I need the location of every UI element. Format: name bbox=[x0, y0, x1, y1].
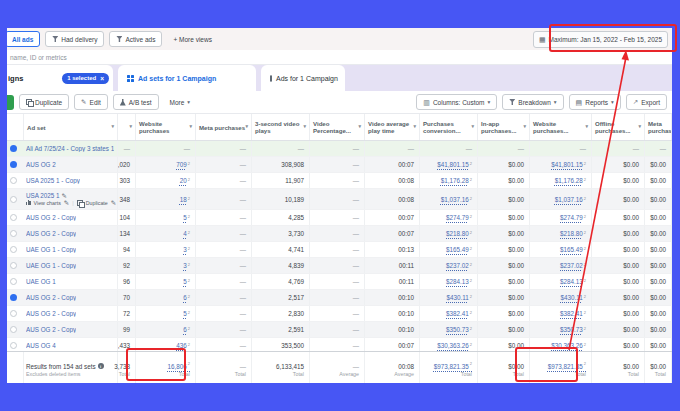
cell-website-purchases[interactable]: 62 bbox=[136, 290, 196, 305]
adset-toggle[interactable] bbox=[10, 262, 17, 269]
column-header-website-purchases[interactable]: Website purchases▾ bbox=[136, 114, 196, 140]
metric-link-value[interactable]: $165.49 bbox=[446, 246, 469, 253]
tab-ads[interactable]: Ads for 1 Campaign bbox=[261, 65, 345, 91]
adset-toggle[interactable] bbox=[10, 246, 17, 253]
cell-website-purchases[interactable]: $382.412 bbox=[530, 306, 592, 321]
table-row[interactable]: Ali Ad 7/25/24 - Copy 3 states 1————————… bbox=[7, 141, 672, 157]
table-row[interactable]: AUS OG 2 - Copy10452—4,285—00:07$274.792… bbox=[7, 210, 672, 226]
table-row[interactable]: UAE OG 19652—4,769—00:11$284.132$0.00$28… bbox=[7, 274, 672, 290]
metric-link-value[interactable]: $1,037.16 bbox=[441, 196, 469, 203]
metric-link-value[interactable]: $237.02 bbox=[446, 262, 469, 269]
metric-link-value[interactable]: $382.41 bbox=[446, 310, 469, 317]
total-value[interactable]: $973,821.352 bbox=[434, 362, 472, 370]
breakdown-button[interactable]: Breakdown ▾ bbox=[502, 94, 563, 110]
metric-link-value[interactable]: $1,037.16 bbox=[555, 196, 583, 203]
adset-name-link[interactable]: UAE OG 1 bbox=[26, 278, 56, 285]
table-row[interactable]: AUS OG 2 - Copy13442—3,730—00:07$218.802… bbox=[7, 226, 672, 242]
duplicate-button[interactable]: Duplicate bbox=[19, 94, 69, 110]
adset-name-link[interactable]: AUS OG 4 bbox=[26, 342, 56, 349]
column-header-offline-purchases[interactable]: Offline purchases...▾ bbox=[592, 114, 645, 140]
more-button[interactable]: More ▾ bbox=[164, 95, 197, 109]
column-header-meta-purchases[interactable]: Meta purchases▾ bbox=[196, 114, 252, 140]
cell-website-purchases[interactable]: 32 bbox=[136, 258, 196, 273]
adset-name-link[interactable]: AUS OG 2 - Copy bbox=[26, 230, 76, 237]
ab-test-button[interactable]: A/B test bbox=[113, 94, 159, 110]
adset-toggle[interactable] bbox=[10, 326, 17, 333]
info-icon[interactable]: i bbox=[98, 363, 104, 369]
total-value[interactable]: 16,8062 bbox=[168, 362, 191, 370]
adset-name-link[interactable]: AUS OG 2 bbox=[26, 161, 56, 168]
metric-link-value[interactable]: $30,363.26 bbox=[551, 342, 583, 349]
table-row[interactable]: UAE OG 1 - Copy9232—4,839—00:11$237.022$… bbox=[7, 258, 672, 274]
cell-website-purchases[interactable]: 7092 bbox=[136, 157, 196, 172]
adset-toggle[interactable] bbox=[10, 278, 17, 285]
cell-website-purchases[interactable]: 62 bbox=[136, 322, 196, 337]
metric-link-value[interactable]: 6 bbox=[183, 326, 187, 333]
column-header-ad-set[interactable]: Ad set▾ bbox=[24, 114, 118, 140]
metric-link-value[interactable]: $1,176.28 bbox=[441, 177, 469, 184]
metric-link-value[interactable]: 5 bbox=[183, 310, 187, 317]
metric-link-value[interactable]: $350.73 bbox=[560, 326, 583, 333]
metric-link-value[interactable]: $165.49 bbox=[560, 246, 583, 253]
adset-name-link[interactable]: UAE OG 1 - Copy bbox=[26, 262, 76, 269]
metric-link-value[interactable]: 3 bbox=[183, 262, 187, 269]
metric-link-value[interactable]: $1,176.28 bbox=[555, 177, 583, 184]
cell-purchases-conversion[interactable]: $382.412 bbox=[420, 306, 478, 321]
cell-website-purchases[interactable]: $1,176.282 bbox=[530, 173, 592, 188]
adset-name-link[interactable]: USA 2025 1 ✎ bbox=[26, 192, 67, 200]
cell-website-purchases[interactable]: 202 bbox=[136, 173, 196, 188]
cell-purchases-conversion[interactable]: $1,037.162 bbox=[420, 189, 478, 209]
adset-name-link[interactable]: AUS OG 2 - Copy bbox=[26, 214, 76, 221]
metric-link-value[interactable]: $30,363.26 bbox=[437, 342, 469, 349]
cell-website-purchases[interactable]: $430.112 bbox=[530, 290, 592, 305]
metric-link-value[interactable]: $41,801.15 bbox=[437, 161, 469, 168]
cell-website-purchases[interactable]: $274.792 bbox=[530, 210, 592, 225]
cell-website-purchases[interactable]: $165.492 bbox=[530, 242, 592, 257]
edit-button[interactable]: ✎ Edit bbox=[74, 94, 108, 110]
adset-name-link[interactable]: USA 2025 1 - Copy bbox=[26, 177, 80, 184]
metric-link-value[interactable]: $237.02 bbox=[560, 262, 583, 269]
column-header-video-average-play-time[interactable]: Video average play time▾ bbox=[365, 114, 420, 140]
metric-link-value[interactable]: $430.11 bbox=[560, 294, 582, 301]
column-header-purchases-conversion[interactable]: Purchases conversion...▾ bbox=[420, 114, 478, 140]
cell-purchases-conversion[interactable]: $41,801.152 bbox=[420, 157, 478, 172]
selected-count-badge[interactable]: 1 selected × bbox=[62, 73, 109, 84]
metric-link-value[interactable]: 20 bbox=[180, 177, 187, 184]
cell-website-purchases[interactable]: $237.022 bbox=[530, 258, 592, 273]
create-button-partial[interactable] bbox=[7, 95, 14, 110]
metric-link-value[interactable]: $284.13 bbox=[560, 278, 583, 285]
adset-toggle[interactable] bbox=[10, 161, 17, 168]
metric-link-value[interactable]: $284.13 bbox=[446, 278, 469, 285]
cell-purchases-conversion[interactable]: $165.492 bbox=[420, 242, 478, 257]
table-row[interactable]: AUS OG 2 - Copy7062—2,517—00:10$430.112$… bbox=[7, 290, 672, 306]
metric-link-value[interactable]: 436 bbox=[176, 342, 187, 349]
cell-website-purchases[interactable]: 4362 bbox=[136, 338, 196, 351]
view-charts-link[interactable]: View charts bbox=[34, 200, 61, 206]
cell-website-purchases[interactable]: $41,801.152 bbox=[530, 157, 592, 172]
cell-website-purchases[interactable]: $350.732 bbox=[530, 322, 592, 337]
cell-website-purchases[interactable]: $1,037.162 bbox=[530, 189, 592, 209]
column-header-meta-purchase[interactable]: Meta purchase...▾ bbox=[645, 114, 672, 140]
metric-link-value[interactable]: 3 bbox=[183, 246, 187, 253]
column-header-col[interactable]: ▾ bbox=[118, 114, 136, 140]
adset-toggle[interactable] bbox=[10, 294, 17, 301]
metric-link-value[interactable]: 709 bbox=[176, 161, 187, 168]
cell-purchases-conversion[interactable]: $218.802 bbox=[420, 226, 478, 241]
columns-button[interactable]: ▥ Columns: Custom ▾ bbox=[416, 94, 497, 110]
adset-toggle[interactable] bbox=[10, 196, 17, 203]
cell-purchases-conversion[interactable]: $430.112 bbox=[420, 290, 478, 305]
metric-link-value[interactable]: $430.11 bbox=[446, 294, 468, 301]
metric-link-value[interactable]: 18 bbox=[180, 196, 187, 203]
cell-purchases-conversion[interactable]: $30,363.262 bbox=[420, 338, 478, 351]
total-value[interactable]: $973,821.352 bbox=[548, 362, 586, 370]
adset-name-link[interactable]: AUS OG 2 - Copy bbox=[26, 326, 76, 333]
cell-purchases-conversion[interactable]: $284.132 bbox=[420, 274, 478, 289]
cell-website-purchases[interactable]: 52 bbox=[136, 210, 196, 225]
adset-name-link[interactable]: UAE OG 1 - Copy bbox=[26, 246, 76, 253]
metric-link-value[interactable]: $382.41 bbox=[560, 310, 583, 317]
column-header-in-app-purchases[interactable]: In-app purchases...▾ bbox=[478, 114, 530, 140]
table-row[interactable]: AUS OG 41,4334362—353,500—00:07$30,363.2… bbox=[7, 338, 672, 351]
cell-purchases-conversion[interactable]: $274.792 bbox=[420, 210, 478, 225]
total-cell-website-purchases[interactable]: $973,821.352Total bbox=[530, 352, 592, 383]
more-views-button[interactable]: + More views bbox=[167, 32, 217, 46]
